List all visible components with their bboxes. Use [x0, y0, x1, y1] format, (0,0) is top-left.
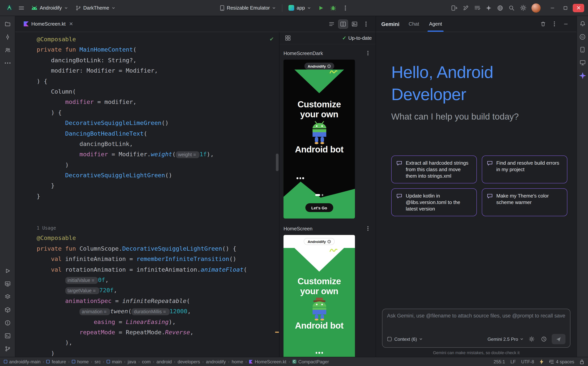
gemini-prompt-input[interactable]: [387, 313, 565, 319]
code-line[interactable]: targetValue = 720f,: [37, 286, 274, 296]
app-insp-tool-button[interactable]: [2, 292, 12, 302]
readonly-toggle[interactable]: [580, 359, 584, 364]
network-resources-button[interactable]: [495, 2, 505, 13]
code-line[interactable]: val infiniteAnimation = rememberInfinite…: [37, 254, 274, 265]
tab-close-icon[interactable]: ✕: [69, 21, 73, 27]
code-line[interactable]: modifier: Modifier = Modifier,: [37, 66, 274, 76]
caret-position[interactable]: 255:1: [494, 359, 505, 364]
breadcrumb-item[interactable]: home: [72, 359, 89, 364]
branch-selector[interactable]: DarkTheme: [73, 2, 118, 13]
code-line[interactable]: private fun MainHomeContent(: [37, 45, 274, 55]
search-everywhere-button[interactable]: [506, 2, 517, 13]
breadcrumb-item[interactable]: CCompactPager: [292, 359, 329, 364]
ai-code-actions-button[interactable]: [460, 2, 471, 13]
code-line[interactable]: ),: [37, 338, 274, 348]
send-button[interactable]: [552, 334, 565, 344]
run-more-options-button[interactable]: [340, 2, 351, 13]
code-line[interactable]: initialValue = 0f,: [37, 275, 274, 286]
indent-setting[interactable]: 4 spaces: [549, 359, 574, 364]
preview-build-status[interactable]: ✓ Up-to-date: [342, 35, 372, 41]
breadcrumb-item[interactable]: androidify: [206, 359, 226, 364]
power-save-toggle[interactable]: [540, 359, 544, 364]
preview-menu-icon[interactable]: [364, 49, 372, 57]
terminal-tool-button[interactable]: [2, 331, 12, 341]
panel-options-button[interactable]: [549, 19, 560, 29]
breadcrumb-item[interactable]: android: [156, 359, 172, 364]
code-line[interactable]: ): [37, 348, 274, 357]
build-tool-button[interactable]: [2, 305, 12, 315]
code-line[interactable]: @Composable: [37, 34, 274, 45]
close-button[interactable]: [573, 4, 584, 12]
code-content[interactable]: @Composableprivate fun MainHomeContent( …: [15, 32, 279, 357]
notifications-button[interactable]: [578, 19, 587, 28]
maximize-button[interactable]: [560, 4, 571, 12]
tab-homescreen-kt[interactable]: HomeScreen.kt ✕: [21, 16, 76, 32]
lets-go-button[interactable]: Let's Go: [305, 203, 333, 212]
breadcrumb-item[interactable]: developers: [178, 359, 200, 364]
preview-homescreendark[interactable]: Androidify Customize your own: [283, 60, 355, 219]
breadcrumb-item[interactable]: java: [128, 359, 136, 364]
project-selector[interactable]: Androidify: [28, 2, 71, 13]
code-line[interactable]: [37, 202, 274, 213]
design-view-button[interactable]: [350, 19, 359, 29]
task-queue-button[interactable]: [472, 2, 482, 13]
clear-chat-button[interactable]: [538, 19, 548, 29]
code-line[interactable]: @Composable: [37, 233, 274, 244]
code-line[interactable]: ) {: [37, 107, 274, 118]
vcs-tool-button[interactable]: [2, 344, 12, 354]
code-line[interactable]: }: [37, 191, 274, 202]
hide-panel-button[interactable]: [560, 19, 571, 29]
editor-options-button[interactable]: [361, 19, 371, 29]
split-view-button[interactable]: [338, 19, 348, 29]
code-line[interactable]: 1 Usage: [37, 223, 274, 233]
device-mirroring-button[interactable]: [449, 2, 460, 13]
code-editor[interactable]: @Composableprivate fun MainHomeContent( …: [15, 32, 279, 357]
code-line[interactable]: Column(: [37, 87, 274, 97]
project-tool-button[interactable]: [2, 19, 12, 29]
code-line[interactable]: val rotationAnimation = infiniteAnimatio…: [37, 265, 274, 275]
gemini-toolwindow-button[interactable]: [578, 71, 587, 80]
device-manager-button[interactable]: [578, 45, 587, 54]
collaboration-tool-button[interactable]: [2, 45, 12, 55]
gradle-button[interactable]: G: [578, 32, 587, 41]
minimize-button[interactable]: [547, 4, 558, 12]
breadcrumb-item[interactable]: HomeScreen.kt: [249, 359, 286, 364]
code-line[interactable]: DancingBotHeadlineText(: [37, 129, 274, 139]
settings-button[interactable]: [518, 2, 528, 13]
line-separator[interactable]: LF: [511, 359, 516, 364]
breadcrumb-item[interactable]: src: [95, 359, 101, 364]
preview-layout-button[interactable]: [283, 34, 292, 42]
main-menu-button[interactable]: [16, 2, 27, 13]
breadcrumb-item[interactable]: home: [232, 359, 243, 364]
context-selector[interactable]: Context (6): [387, 336, 423, 342]
profiler-tool-button[interactable]: [2, 279, 12, 289]
code-line[interactable]: modifier = modifier,: [37, 97, 274, 108]
breadcrumb-item[interactable]: main: [107, 359, 122, 364]
code-line[interactable]: ) {: [37, 76, 274, 87]
commit-tool-button[interactable]: [2, 32, 12, 42]
code-view-button[interactable]: [327, 19, 336, 29]
more-tool-windows-button[interactable]: [2, 58, 12, 68]
run-tool-button[interactable]: [2, 266, 12, 276]
preview-homescreen[interactable]: Androidify Customize your own: [283, 235, 355, 357]
code-line[interactable]: animationSpec = infiniteRepeatable(: [37, 296, 274, 307]
breadcrumb-item[interactable]: com: [142, 359, 151, 364]
tab-chat[interactable]: Chat: [407, 16, 421, 32]
gemini-settings-button[interactable]: [527, 335, 536, 343]
suggestion-card[interactable]: Extract all hardcoded strings from this …: [391, 155, 477, 183]
model-selector[interactable]: Gemini 2.5 Pro: [488, 336, 523, 342]
code-line[interactable]: modifier = Modifier.weight(weight = 1f),: [37, 150, 274, 160]
code-line[interactable]: dancingBotLink: String?,: [37, 55, 274, 66]
code-line[interactable]: }: [37, 181, 274, 191]
user-avatar[interactable]: [531, 3, 541, 12]
inspection-ok-icon[interactable]: ✔: [269, 36, 274, 42]
suggestion-card[interactable]: Update kotlin in @libs.version.toml to t…: [391, 188, 477, 216]
device-selector[interactable]: Resizable Emulator: [216, 2, 279, 13]
gemini-input-box[interactable]: Context (6) Gemini 2.5 Pro: [382, 309, 570, 348]
debug-button[interactable]: [328, 2, 338, 13]
run-configuration-selector[interactable]: app: [286, 2, 314, 13]
code-line[interactable]: repeatMode = RepeatMode.Reverse,: [37, 328, 274, 338]
editor-scrollbar[interactable]: [276, 153, 279, 171]
code-line[interactable]: dancingBotLink,: [37, 139, 274, 150]
code-line[interactable]: DecorativeSquiggleLimeGreen(): [37, 118, 274, 129]
